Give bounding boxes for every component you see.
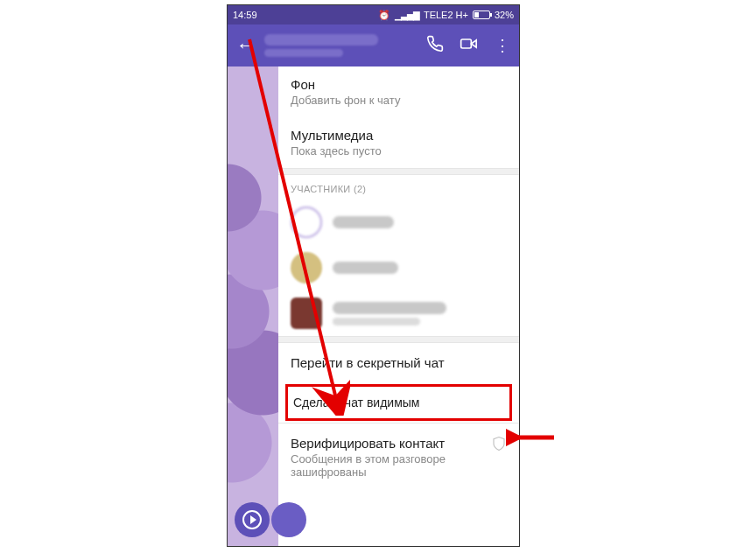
add-label-blurred: [333, 216, 394, 228]
alarm-icon: ⏰: [378, 10, 390, 21]
verify-title: Верифицировать контакт: [291, 436, 507, 451]
status-bar: 14:59 ⏰ ▁▃▅▇ TELE2 H+ 32%: [228, 5, 519, 24]
participant-row[interactable]: [278, 245, 519, 290]
play-fab[interactable]: [235, 502, 270, 537]
shield-icon: [491, 436, 507, 455]
carrier-label: TELE2 H+: [424, 10, 468, 20]
voice-call-button[interactable]: [423, 35, 447, 57]
chat-header: ← ⋮: [228, 24, 519, 66]
section-divider: [278, 336, 519, 343]
section-divider: [278, 168, 519, 175]
battery-label: 32%: [495, 10, 514, 20]
secret-chat-row[interactable]: Перейти в секретный чат: [278, 343, 519, 382]
make-visible-label: Сделать чат видимым: [293, 396, 419, 410]
secret-chat-label: Перейти в секретный чат: [291, 355, 445, 370]
more-menu-button[interactable]: ⋮: [489, 36, 514, 55]
video-call-button[interactable]: [456, 35, 481, 57]
multimedia-subtitle: Пока здесь пусто: [291, 144, 507, 158]
background-subtitle: Добавить фон к чату: [291, 94, 507, 107]
multimedia-setting[interactable]: Мультимедиа Пока здесь пусто: [278, 117, 519, 168]
chat-title-area[interactable]: [264, 34, 414, 57]
participant-row[interactable]: [278, 290, 519, 336]
background-title: Фон: [291, 77, 507, 92]
background-setting[interactable]: Фон Добавить фон к чату: [278, 66, 519, 117]
avatar: [291, 298, 322, 329]
participant-name-blurred: [333, 302, 446, 314]
status-time: 14:59: [233, 10, 257, 20]
participant-name-blurred: [333, 262, 398, 274]
avatar: [291, 252, 322, 284]
add-participant-row[interactable]: [278, 200, 519, 245]
phone-frame: 14:59 ⏰ ▁▃▅▇ TELE2 H+ 32% ← ⋮: [227, 4, 520, 547]
secondary-fab[interactable]: [271, 502, 306, 537]
chat-background-strip: [228, 66, 278, 546]
status-icons: ⏰ ▁▃▅▇ TELE2 H+ 32%: [378, 10, 514, 21]
svg-marker-1: [471, 39, 476, 46]
battery-icon: [473, 10, 490, 19]
participants-header: УЧАСТНИКИ (2): [278, 175, 519, 200]
add-avatar-icon: [291, 206, 322, 238]
participant-sub-blurred: [333, 318, 420, 326]
signal-icon: ▁▃▅▇: [395, 10, 419, 20]
multimedia-title: Мультимедиа: [291, 128, 507, 143]
svg-rect-0: [461, 39, 472, 48]
make-visible-row[interactable]: Сделать чат видимым: [285, 384, 512, 421]
chat-info-panel: Фон Добавить фон к чату Мультимедиа Пока…: [278, 66, 519, 546]
verify-contact-row[interactable]: Верифицировать контакт Сообщения в этом …: [278, 424, 519, 491]
back-button[interactable]: ←: [236, 36, 256, 55]
verify-subtitle: Сообщения в этом разговоре зашифрованы: [291, 452, 507, 479]
